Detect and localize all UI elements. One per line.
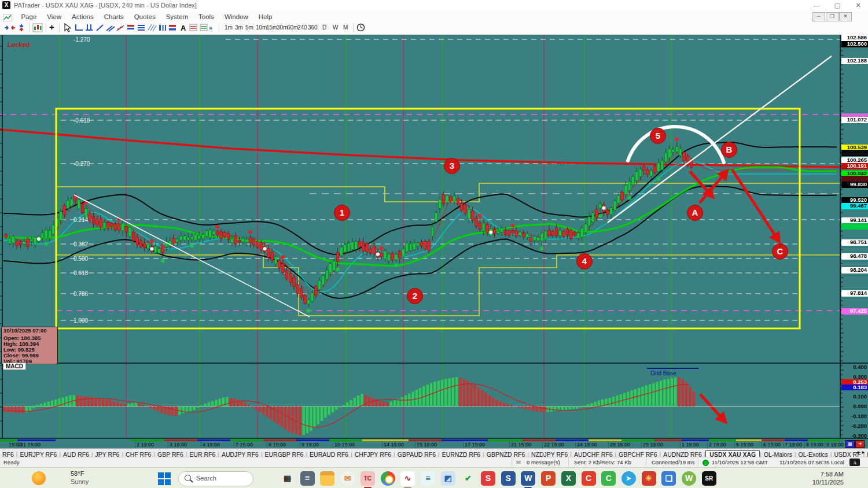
svg-text:5: 5	[656, 131, 660, 141]
status-traffic: Sent: 2 Kb/Recv: 74 Kb	[574, 459, 631, 465]
word-icon[interactable]: W	[521, 471, 535, 486]
fib-label--0.618: -0.618	[73, 117, 90, 124]
price-label-101.072: 101.072	[841, 117, 868, 123]
svg-text:1: 1	[340, 208, 344, 217]
price-chart-canvas[interactable]: 12345ABC	[0, 0, 868, 488]
fib-label-0.382: 0.382	[73, 241, 88, 247]
svg-text:B: B	[726, 145, 733, 154]
wave-label-1[interactable]: 1	[334, 205, 350, 221]
search-icon	[185, 475, 191, 481]
weather-temp[interactable]: 58°F	[71, 470, 84, 477]
status-alert-icon[interactable]: ◮	[849, 459, 860, 466]
start-button[interactable]	[157, 472, 171, 486]
time-label: 31 19:00	[19, 442, 41, 448]
tabs-scroll-right[interactable]: ►	[861, 450, 866, 455]
time-label: 7 15:00	[234, 442, 253, 448]
price-label	[841, 223, 868, 230]
status-messages[interactable]: 0 message(s)	[527, 459, 560, 465]
price-label-99.467: 99.467	[841, 203, 868, 209]
sun-red-app-icon[interactable]: ☀	[642, 471, 656, 486]
connection-status-dot	[703, 460, 709, 466]
status-connection: Connected/19 ms	[652, 459, 694, 465]
symbol-tabs-bar: RF6|EURJPY RF6|AUD RF6|JPY RF6|CHF RF6|G…	[0, 448, 868, 457]
wave-label-4[interactable]: 4	[577, 254, 593, 269]
macd-indicator-tag[interactable]: MACD	[3, 363, 26, 370]
wave-label-B[interactable]: B	[722, 142, 737, 158]
locked-badge: Locked	[8, 41, 30, 48]
tabs-scroll-left[interactable]: ◄	[855, 450, 860, 455]
red-c-app-icon[interactable]: C	[582, 471, 596, 486]
smr-app-icon[interactable]: SR	[702, 471, 716, 486]
weather-condition[interactable]: Sunny	[71, 478, 89, 485]
time-label: 21 15:00	[509, 442, 531, 448]
svg-text:4: 4	[582, 256, 587, 266]
checkmark-app-icon[interactable]: ✔	[461, 471, 475, 486]
macd-axis--0.300: -0.300	[841, 433, 868, 439]
price-label-99.141: 99.141	[841, 217, 868, 224]
wave-label-5[interactable]: 5	[650, 128, 666, 144]
wave-label-C[interactable]: C	[773, 244, 788, 260]
briefcase-app-icon[interactable]: ❑	[661, 471, 676, 486]
chrome-icon[interactable]	[381, 471, 395, 486]
svg-text:2: 2	[413, 291, 417, 301]
time-label: 9 19:00	[825, 442, 844, 448]
fib-label--1.270: -1.270	[73, 36, 90, 43]
fib-label-0.214: 0.214	[73, 217, 88, 223]
task-view-icon[interactable]: ▦	[280, 471, 295, 486]
macd-axis-0.100: 0.100	[841, 394, 868, 400]
macd-axis--0.200: -0.200	[841, 423, 868, 429]
page-right-icon[interactable]: ➔	[855, 440, 865, 448]
notepad-icon[interactable]: ≡	[421, 471, 435, 486]
webroot-icon[interactable]: W	[682, 471, 696, 486]
wave-label-2[interactable]: 2	[407, 289, 423, 304]
page-left-icon[interactable]: ▦	[845, 440, 855, 448]
tc-trading-icon[interactable]: TC	[361, 471, 375, 486]
status-ready: Ready	[3, 459, 19, 465]
time-label: 8 19:00	[267, 442, 286, 448]
macd-axis-0.400: 0.400	[841, 364, 868, 370]
time-label: 5 15:00	[734, 442, 753, 448]
stocks-chart-icon[interactable]: ∿	[400, 471, 415, 486]
status-local-time: 11/10/2025 07:58:35 Local	[779, 459, 844, 465]
weather-icon[interactable]	[32, 471, 46, 485]
time-label: 7 19:00	[783, 442, 802, 448]
fib-label-0.618: 0.618	[73, 270, 88, 276]
wave-label-3[interactable]: 3	[444, 158, 460, 174]
price-label-98.478: 98.478	[841, 253, 868, 260]
time-label: 24 19:00	[575, 442, 597, 448]
wave-label-A[interactable]: A	[687, 205, 703, 221]
time-label: 10 19:00	[333, 442, 355, 448]
calculator-icon[interactable]: =	[300, 471, 315, 486]
mail-status-icon: ✉	[516, 459, 521, 465]
macd-value-badge: 0.183	[841, 385, 868, 390]
photos-icon[interactable]: ◩	[441, 471, 455, 486]
fib-label--0.270: -0.270	[73, 161, 90, 167]
time-label: 17 19:00	[463, 442, 485, 448]
file-explorer-icon[interactable]	[320, 471, 334, 486]
time-label: 2 19:00	[707, 442, 726, 448]
powerpoint-icon[interactable]: P	[541, 471, 556, 486]
green-c-app-icon[interactable]: C	[601, 471, 616, 486]
patrader-window: X PATrader - USDX XAU XAG - [USDX, 240 m…	[0, 0, 868, 488]
time-label: 15 19:00	[415, 442, 437, 448]
status-bar: Ready ✉ 0 message(s) Sent: 2 Kb/Recv: 74…	[0, 457, 868, 468]
mail-icon[interactable]: ✉	[340, 471, 355, 486]
fib-label-0.500: 0.500	[73, 256, 88, 262]
taskbar-clock[interactable]: 7:58 AM 10/11/2025	[812, 470, 844, 486]
info-box-lines: Open: 100.385High: 100.394Low: 99.825Clo…	[3, 335, 57, 364]
price-label-102.586: 102.586	[841, 35, 868, 41]
excel-icon[interactable]: X	[561, 471, 576, 486]
svg-text:C: C	[777, 246, 784, 256]
svg-text:A: A	[692, 208, 698, 217]
time-axis: 19:0031 19:002 19:003 19:004 19:007 15:0…	[0, 438, 868, 449]
search-input[interactable]: Search	[178, 471, 253, 486]
red-s-app-icon[interactable]: S	[481, 471, 495, 486]
fib-label-0.786: 0.786	[73, 291, 88, 297]
telegram-icon[interactable]: ➤	[621, 471, 636, 486]
price-label-97.814: 97.814	[841, 290, 868, 297]
price-label-98.204: 98.204	[841, 267, 868, 273]
blue-s-app-icon[interactable]: S	[501, 471, 516, 486]
svg-text:3: 3	[450, 161, 454, 171]
clock-time: 7:58 AM	[812, 470, 844, 478]
time-label: 22 19:00	[542, 442, 564, 448]
